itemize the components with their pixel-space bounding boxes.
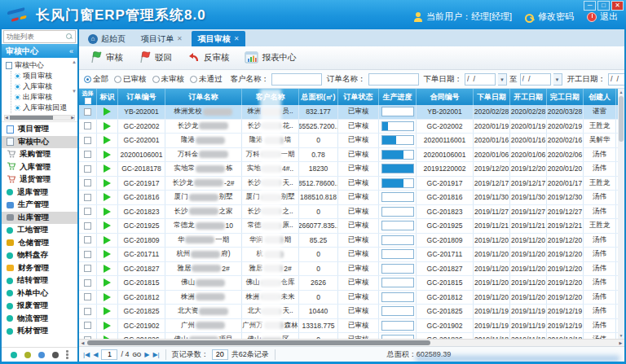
radio-未审核[interactable]	[152, 76, 160, 83]
row-checkbox[interactable]	[84, 251, 91, 258]
column-header-标识[interactable]: 标识	[97, 89, 118, 105]
scroll-up-icon[interactable]: ▲	[619, 90, 624, 94]
row-checkbox[interactable]	[84, 194, 91, 201]
table-row[interactable]: GC-202002长沙龙长沙花..65525.7200..已审核GC-20200…	[79, 120, 618, 134]
tree-vscroll[interactable]: ▲▼	[72, 59, 77, 94]
order-name-input[interactable]	[368, 73, 419, 86]
table-row[interactable]: GC-201825北大资北大天..10440已审核GC-2018252019/1…	[79, 305, 618, 319]
sidebar-item-退货管理[interactable]: 退货管理	[2, 173, 77, 186]
table-row[interactable]: GC-201827雅居2#雅居2#0已审核GC-2018272019/11/20…	[79, 262, 618, 277]
反审核-button[interactable]: 反审核	[187, 51, 230, 64]
tree-item-入库审核回退[interactable]: 入库审核回退	[15, 103, 76, 113]
order-date-to-input[interactable]	[520, 73, 551, 86]
maximize-button[interactable]: □	[597, 1, 610, 11]
change-password-button[interactable]: 修改密码	[525, 11, 574, 23]
table-row[interactable]: GC-201925常德龙10常德原..266077.835..已审核GC-201…	[79, 219, 618, 234]
first-page-button[interactable]: |◀	[83, 351, 90, 358]
row-checkbox[interactable]	[84, 208, 91, 215]
scroll-right-icon[interactable]: ▶	[617, 340, 624, 346]
sidebar-item-耗材管理[interactable]: 耗材管理	[2, 325, 77, 338]
column-header-订单名称[interactable]: 订单名称	[165, 89, 242, 105]
last-page-button[interactable]: ▶|	[152, 351, 159, 358]
sidebar-item-仓储管理[interactable]: 仓储管理	[2, 237, 77, 250]
table-row[interactable]: GC-202001隆港隆港墙0已审核202001160012020/01/162…	[79, 134, 618, 148]
grid-hscrollbar[interactable]: ◀ ▶	[79, 339, 624, 346]
row-checkbox[interactable]	[84, 265, 91, 272]
sidebar-item-物料盘存[interactable]: 物料盘存	[2, 249, 77, 262]
cart-icon[interactable]	[24, 352, 31, 358]
minimize-button[interactable]: ─	[584, 1, 596, 11]
column-header-订单编号[interactable]: 订单编号	[118, 89, 165, 105]
column-header-生产进度[interactable]: 生产进度	[379, 89, 417, 105]
sidebar-item-审核中心[interactable]: 审核中心	[2, 136, 77, 149]
column-header-选择[interactable]: 选择	[79, 89, 97, 105]
collapse-icon[interactable]: «	[69, 47, 73, 55]
sidebar-item-退库管理[interactable]: 退库管理	[2, 186, 77, 200]
sidebar-item-报废管理[interactable]: 报废管理	[2, 300, 77, 313]
chevron-down-icon[interactable]: ▼	[498, 73, 507, 86]
column-header-合同编号[interactable]: 合同编号	[417, 89, 474, 105]
next-page-button[interactable]: ▶	[144, 351, 149, 358]
sidebar-item-结转管理[interactable]: 结转管理	[2, 274, 77, 287]
radio-label-已审核[interactable]: 已审核	[123, 74, 147, 85]
tree-hscrollbar[interactable]: ◀ ▶	[4, 115, 75, 121]
报表中心-button[interactable]: 报表中心	[245, 51, 297, 65]
column-header-创建人[interactable]: 创建人	[584, 89, 616, 105]
sidebar-item-出库管理[interactable]: 出库管理	[2, 212, 77, 225]
dot-icon[interactable]	[11, 352, 17, 358]
scroll-right-icon[interactable]: ▶	[71, 115, 74, 120]
scroll-left-icon[interactable]: ◀	[5, 115, 8, 120]
more-icon[interactable]	[66, 353, 68, 356]
prev-page-button[interactable]: ◀	[93, 351, 98, 358]
pen-icon[interactable]	[38, 352, 45, 358]
row-checkbox[interactable]	[84, 293, 91, 300]
chevron-down-icon[interactable]: ▼	[553, 73, 562, 86]
驳回-button[interactable]: 驳回	[138, 50, 172, 65]
sidebar-item-物流管理[interactable]: 物流管理	[2, 313, 77, 326]
row-checkbox[interactable]	[84, 137, 91, 144]
sidebar-item-财务管理[interactable]: 财务管理	[2, 262, 77, 275]
column-header-开工日期[interactable]: 开工日期	[510, 89, 547, 105]
column-header-下单日期[interactable]: 下单日期	[474, 89, 510, 105]
tab-起始页[interactable]: ⌂起始页	[82, 31, 132, 46]
start-date-input[interactable]	[608, 73, 624, 86]
row-checkbox[interactable]	[84, 279, 91, 287]
close-tab-icon[interactable]: ✕	[234, 35, 240, 42]
tree-item-出库审核[interactable]: 出库审核	[15, 92, 76, 103]
column-header-完工日期[interactable]: 完工日期	[547, 89, 584, 105]
grid-hscroll-thumb[interactable]	[87, 340, 430, 345]
table-row[interactable]: GC-201826佛山项目佛山区..0已审核GC-2018262019/11/1…	[79, 333, 618, 339]
select-all-checkbox[interactable]	[85, 98, 91, 104]
table-row[interactable]: GC-201917长沙龙-2#长沙天..8512.78600..已审核GC-20…	[79, 177, 618, 191]
close-button[interactable]: ✕	[611, 1, 624, 11]
logout-button[interactable]: 退出	[587, 11, 618, 23]
sidebar-item-采购管理[interactable]: 采购管理	[2, 148, 77, 161]
scroll-left-icon[interactable]: ◀	[79, 340, 86, 346]
customer-name-input[interactable]	[271, 73, 322, 86]
tree-root[interactable]: 审核中心	[6, 60, 76, 71]
order-date-from-input[interactable]	[465, 73, 496, 86]
grid-vscroll-thumb[interactable]	[619, 96, 624, 142]
column-header-总面积(㎡)[interactable]: 总面积(㎡)	[299, 89, 338, 105]
table-row[interactable]: GC-201711杭州府)杭0已审核GC-2017112019/11/20201…	[79, 248, 618, 262]
function-search-input[interactable]	[7, 33, 59, 41]
table-row[interactable]: GC-201902广州广州万森林13318.775已审核GC-201902201…	[79, 319, 618, 334]
sidebar-item-补单中心[interactable]: 补单中心	[2, 287, 77, 300]
page-size-input[interactable]	[212, 349, 228, 360]
row-checkbox[interactable]	[84, 122, 91, 129]
column-header-订单状态[interactable]: 订单状态	[338, 89, 379, 105]
radio-label-全部[interactable]: 全部	[93, 74, 108, 85]
tree-item-入库审核[interactable]: 入库审核	[15, 81, 76, 92]
sidebar-item-项目管理[interactable]: 项目管理	[2, 123, 77, 136]
row-checkbox[interactable]	[84, 222, 91, 230]
table-row[interactable]: 20200106001万科金万科一期0.78已审核202001060012020…	[79, 148, 618, 163]
row-checkbox[interactable]	[84, 179, 91, 186]
function-search[interactable]	[3, 30, 76, 43]
row-checkbox[interactable]	[84, 108, 91, 116]
table-row[interactable]: GC-201809华一期华润期85.25已审核GC-2018092019/11/…	[79, 234, 618, 248]
sidebar-item-入库管理[interactable]: 入库管理	[2, 161, 77, 174]
row-checkbox[interactable]	[84, 236, 91, 243]
tab-项目订单[interactable]: 项目订单✕	[134, 31, 189, 46]
tree-item-项目审核[interactable]: 项目审核	[15, 71, 76, 81]
row-checkbox[interactable]	[84, 322, 91, 329]
